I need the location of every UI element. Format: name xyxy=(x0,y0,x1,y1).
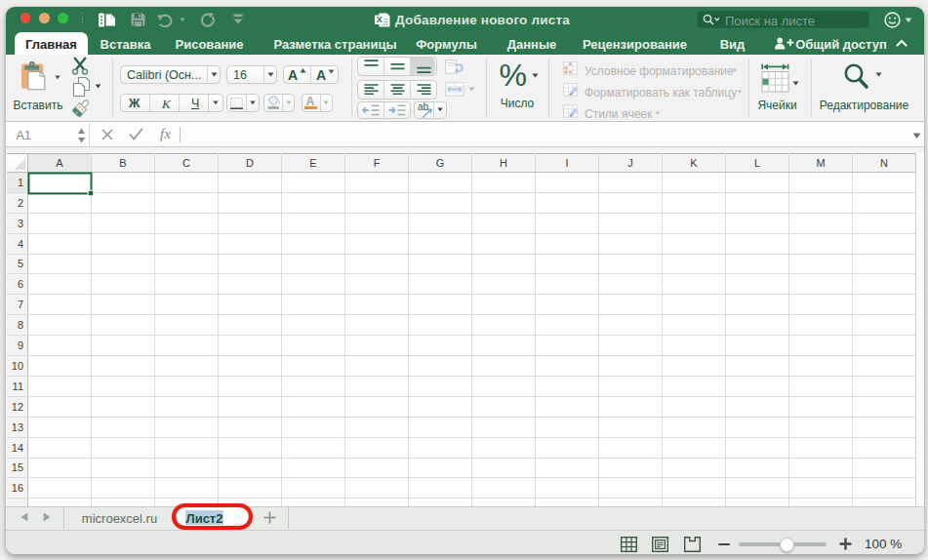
svg-text:16: 16 xyxy=(12,482,23,494)
svg-text:M: M xyxy=(816,157,825,169)
svg-text:E: E xyxy=(309,157,316,169)
svg-text:H: H xyxy=(500,157,507,169)
svg-text:X: X xyxy=(377,15,383,24)
svg-text:7: 7 xyxy=(18,299,23,310)
svg-text:D: D xyxy=(246,157,254,169)
svg-text:N: N xyxy=(880,157,888,169)
svg-text:11: 11 xyxy=(13,380,23,392)
svg-text:J: J xyxy=(627,157,633,169)
svg-text:13: 13 xyxy=(12,421,23,433)
svg-text:K: K xyxy=(690,157,698,169)
svg-text:1: 1 xyxy=(18,177,23,188)
svg-text:F: F xyxy=(374,157,381,169)
svg-text:9: 9 xyxy=(18,340,23,351)
svg-text:10: 10 xyxy=(12,360,23,372)
svg-text:3: 3 xyxy=(18,218,23,229)
svg-text:8: 8 xyxy=(18,319,23,331)
svg-text:12: 12 xyxy=(12,401,23,413)
svg-text:4: 4 xyxy=(18,238,23,250)
svg-text:B: B xyxy=(119,157,126,169)
svg-text:L: L xyxy=(754,157,760,169)
svg-text:15: 15 xyxy=(12,461,23,473)
svg-text:G: G xyxy=(436,157,445,169)
svg-text:I: I xyxy=(565,157,568,169)
svg-text:5: 5 xyxy=(18,258,23,269)
svg-text:A: A xyxy=(56,157,63,169)
svg-text:2: 2 xyxy=(18,197,23,209)
svg-text:ab: ab xyxy=(418,102,429,112)
svg-text:14: 14 xyxy=(12,442,23,454)
svg-text:6: 6 xyxy=(18,278,23,290)
svg-text:C: C xyxy=(182,157,190,169)
